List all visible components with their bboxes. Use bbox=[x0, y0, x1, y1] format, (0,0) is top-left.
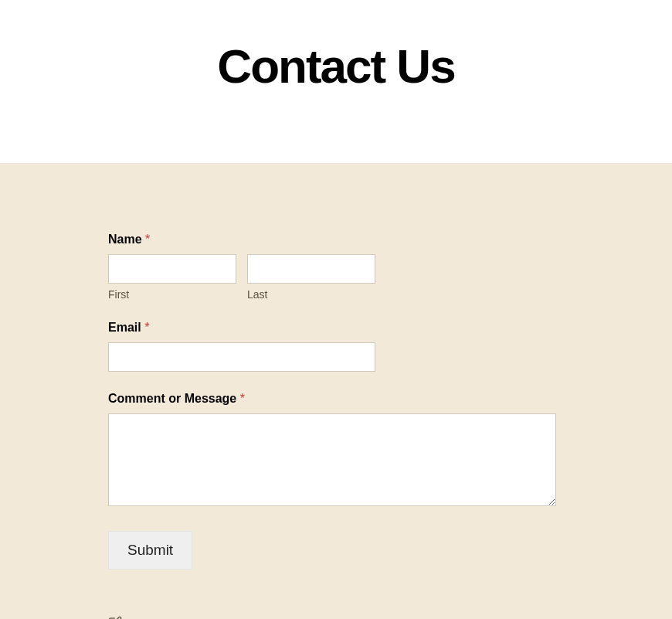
header-section: Contact Us bbox=[0, 0, 672, 163]
form-section: Name * First Last Email * Comment or Mes… bbox=[0, 163, 672, 619]
required-mark: * bbox=[145, 233, 150, 246]
last-name-input[interactable] bbox=[247, 254, 375, 284]
required-mark: * bbox=[144, 321, 149, 334]
message-field-group: Comment or Message * bbox=[108, 392, 564, 509]
message-textarea[interactable] bbox=[108, 413, 556, 506]
message-label-text: Comment or Message bbox=[108, 392, 236, 405]
name-field-group: Name * First Last bbox=[108, 233, 564, 301]
page-title: Contact Us bbox=[0, 39, 672, 94]
email-input[interactable] bbox=[108, 342, 375, 372]
email-label: Email * bbox=[108, 321, 564, 335]
name-row: First Last bbox=[108, 254, 564, 301]
name-label-text: Name bbox=[108, 233, 142, 246]
required-mark: * bbox=[240, 392, 245, 405]
submit-button[interactable]: Submit bbox=[108, 531, 192, 570]
edit-link[interactable]: Edit bbox=[108, 616, 564, 619]
name-label: Name * bbox=[108, 233, 564, 247]
email-label-text: Email bbox=[108, 321, 141, 334]
first-name-input[interactable] bbox=[108, 254, 236, 284]
message-label: Comment or Message * bbox=[108, 392, 564, 406]
edit-icon bbox=[108, 616, 122, 619]
last-name-col: Last bbox=[247, 254, 375, 301]
first-name-col: First bbox=[108, 254, 236, 301]
last-name-sublabel: Last bbox=[247, 288, 375, 301]
email-field-group: Email * bbox=[108, 321, 564, 372]
first-name-sublabel: First bbox=[108, 288, 236, 301]
